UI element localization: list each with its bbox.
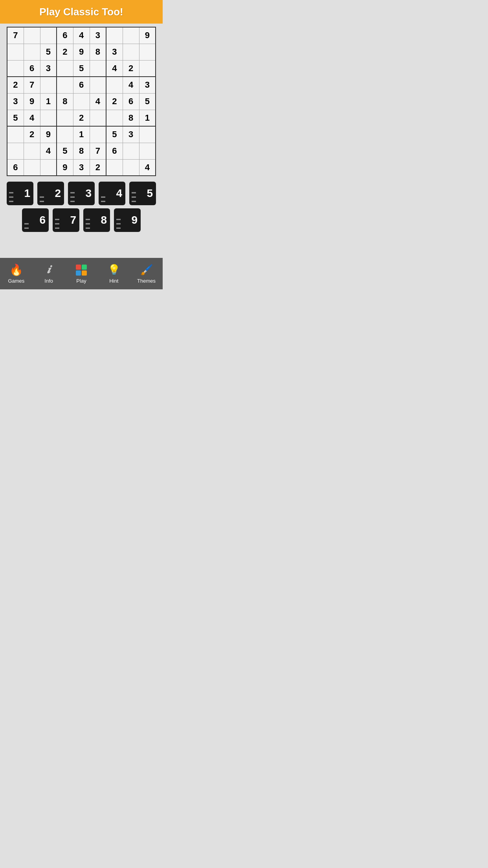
sudoku-cell-r3-c7[interactable]: 4: [123, 77, 139, 93]
sudoku-cell-r0-c2[interactable]: [40, 27, 57, 44]
sudoku-cell-r8-c7[interactable]: [123, 159, 139, 176]
sudoku-cell-r7-c6[interactable]: 6: [106, 143, 123, 159]
sudoku-cell-r3-c0[interactable]: 2: [7, 77, 24, 93]
sudoku-cell-r0-c0[interactable]: 7: [7, 27, 24, 44]
counter-7[interactable]: ▬▬▬ 7: [53, 208, 79, 232]
sudoku-cell-r8-c6[interactable]: [106, 159, 123, 176]
sudoku-cell-r1-c6[interactable]: 3: [106, 44, 123, 60]
sudoku-cell-r1-c3[interactable]: 2: [57, 44, 73, 60]
sudoku-cell-r8-c5[interactable]: 2: [90, 159, 106, 176]
sudoku-cell-r4-c7[interactable]: 6: [123, 93, 139, 110]
sudoku-cell-r7-c1[interactable]: [24, 143, 40, 159]
counter-row-2: ▬▬ 6 ▬▬▬ 7 ▬▬▬ 8 ▬▬▬ 9: [22, 208, 141, 232]
sudoku-cell-r5-c2[interactable]: [40, 110, 57, 126]
sudoku-cell-r1-c0[interactable]: [7, 44, 24, 60]
sudoku-cell-r6-c0[interactable]: [7, 126, 24, 143]
sudoku-cell-r6-c7[interactable]: 3: [123, 126, 139, 143]
sudoku-cell-r4-c0[interactable]: 3: [7, 93, 24, 110]
counter-9[interactable]: ▬▬▬ 9: [114, 208, 141, 232]
sudoku-cell-r6-c5[interactable]: [90, 126, 106, 143]
sudoku-cell-r1-c7[interactable]: [123, 44, 139, 60]
sudoku-cell-r0-c7[interactable]: [123, 27, 139, 44]
sudoku-cell-r7-c7[interactable]: [123, 143, 139, 159]
sudoku-cell-r5-c0[interactable]: 5: [7, 110, 24, 126]
counter-6[interactable]: ▬▬ 6: [22, 208, 49, 232]
sudoku-cell-r5-c5[interactable]: [90, 110, 106, 126]
sudoku-cell-r6-c1[interactable]: 2: [24, 126, 40, 143]
sudoku-grid[interactable]: 7643952983635422764339184265542812915345…: [7, 27, 156, 176]
counter-3[interactable]: ▬▬▬ 3: [68, 182, 95, 205]
sudoku-cell-r6-c6[interactable]: 5: [106, 126, 123, 143]
sudoku-cell-r3-c2[interactable]: [40, 77, 57, 93]
sudoku-cell-r4-c5[interactable]: 4: [90, 93, 106, 110]
counter-5[interactable]: ▬▬▬ 5: [129, 182, 156, 205]
nav-play[interactable]: Play: [65, 264, 98, 284]
sudoku-cell-r0-c6[interactable]: [106, 27, 123, 44]
sudoku-cell-r1-c5[interactable]: 8: [90, 44, 106, 60]
sudoku-cell-r0-c8[interactable]: 9: [139, 27, 156, 44]
sudoku-cell-r0-c3[interactable]: 6: [57, 27, 73, 44]
counter-4[interactable]: ▬▬ 4: [99, 182, 125, 205]
sudoku-cell-r4-c4[interactable]: [73, 93, 90, 110]
sudoku-cell-r6-c4[interactable]: 1: [73, 126, 90, 143]
sudoku-cell-r1-c8[interactable]: [139, 44, 156, 60]
sudoku-cell-r8-c0[interactable]: 6: [7, 159, 24, 176]
page-title: Play Classic Too!: [39, 6, 123, 18]
sudoku-cell-r7-c3[interactable]: 5: [57, 143, 73, 159]
sudoku-cell-r4-c8[interactable]: 5: [139, 93, 156, 110]
sudoku-cell-r8-c1[interactable]: [24, 159, 40, 176]
sudoku-cell-r7-c4[interactable]: 8: [73, 143, 90, 159]
sudoku-cell-r6-c3[interactable]: [57, 126, 73, 143]
sudoku-cell-r3-c3[interactable]: [57, 77, 73, 93]
counter-num-2: 2: [55, 188, 61, 199]
sudoku-cell-r7-c2[interactable]: 4: [40, 143, 57, 159]
sudoku-cell-r7-c5[interactable]: 7: [90, 143, 106, 159]
sudoku-cell-r2-c1[interactable]: 6: [24, 60, 40, 77]
sudoku-cell-r2-c7[interactable]: 2: [123, 60, 139, 77]
sudoku-cell-r5-c8[interactable]: 1: [139, 110, 156, 126]
nav-hint[interactable]: 💡 Hint: [97, 264, 130, 284]
sudoku-cell-r0-c5[interactable]: 3: [90, 27, 106, 44]
sudoku-cell-r6-c2[interactable]: 9: [40, 126, 57, 143]
sudoku-cell-r0-c4[interactable]: 4: [73, 27, 90, 44]
sudoku-cell-r3-c1[interactable]: 7: [24, 77, 40, 93]
sudoku-cell-r4-c3[interactable]: 8: [57, 93, 73, 110]
counter-num-6: 6: [39, 215, 46, 226]
sudoku-cell-r8-c2[interactable]: [40, 159, 57, 176]
sudoku-cell-r3-c8[interactable]: 3: [139, 77, 156, 93]
sudoku-cell-r2-c2[interactable]: 3: [40, 60, 57, 77]
sudoku-cell-r3-c6[interactable]: [106, 77, 123, 93]
sudoku-cell-r1-c2[interactable]: 5: [40, 44, 57, 60]
sudoku-cell-r3-c5[interactable]: [90, 77, 106, 93]
sudoku-cell-r5-c4[interactable]: 2: [73, 110, 90, 126]
sudoku-cell-r2-c3[interactable]: [57, 60, 73, 77]
sudoku-cell-r5-c3[interactable]: [57, 110, 73, 126]
sudoku-cell-r4-c2[interactable]: 1: [40, 93, 57, 110]
sudoku-cell-r1-c4[interactable]: 9: [73, 44, 90, 60]
sudoku-cell-r1-c1[interactable]: [24, 44, 40, 60]
sudoku-cell-r5-c6[interactable]: [106, 110, 123, 126]
sudoku-cell-r6-c8[interactable]: [139, 126, 156, 143]
nav-themes[interactable]: 🖌️ Themes: [130, 264, 163, 284]
nav-info[interactable]: 𝒊 Info: [33, 264, 65, 284]
sudoku-cell-r2-c8[interactable]: [139, 60, 156, 77]
sudoku-cell-r5-c7[interactable]: 8: [123, 110, 139, 126]
sudoku-cell-r0-c1[interactable]: [24, 27, 40, 44]
sudoku-cell-r2-c0[interactable]: [7, 60, 24, 77]
sudoku-cell-r4-c1[interactable]: 9: [24, 93, 40, 110]
sudoku-cell-r7-c0[interactable]: [7, 143, 24, 159]
sudoku-cell-r2-c6[interactable]: 4: [106, 60, 123, 77]
sudoku-cell-r8-c4[interactable]: 3: [73, 159, 90, 176]
counter-1[interactable]: ▬▬▬ 1: [7, 182, 33, 205]
sudoku-cell-r7-c8[interactable]: [139, 143, 156, 159]
sudoku-cell-r8-c3[interactable]: 9: [57, 159, 73, 176]
nav-games[interactable]: 🔥 Games: [0, 264, 33, 284]
sudoku-cell-r3-c4[interactable]: 6: [73, 77, 90, 93]
counter-2[interactable]: ▬▬ 2: [37, 182, 64, 205]
sudoku-cell-r5-c1[interactable]: 4: [24, 110, 40, 126]
sudoku-cell-r2-c5[interactable]: [90, 60, 106, 77]
sudoku-cell-r2-c4[interactable]: 5: [73, 60, 90, 77]
sudoku-cell-r4-c6[interactable]: 2: [106, 93, 123, 110]
sudoku-cell-r8-c8[interactable]: 4: [139, 159, 156, 176]
counter-8[interactable]: ▬▬▬ 8: [83, 208, 110, 232]
